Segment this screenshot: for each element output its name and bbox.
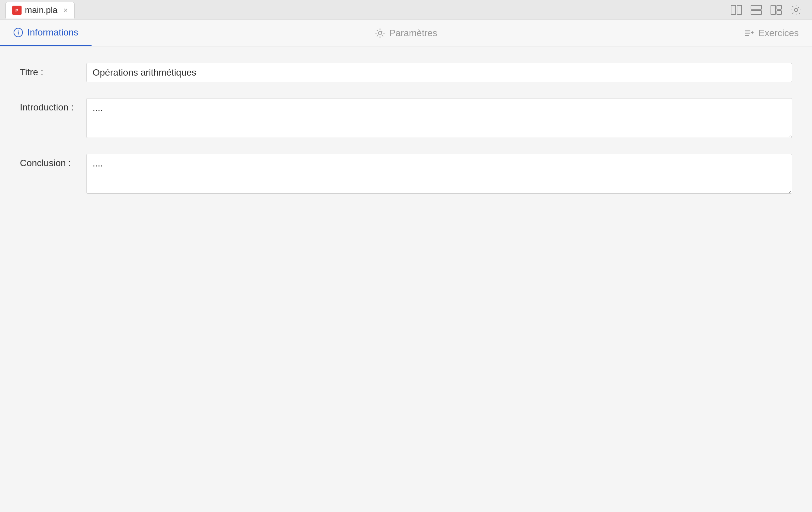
svg-point-9: [794, 8, 798, 11]
layout-columns-icon[interactable]: [750, 4, 762, 16]
tab-logo-icon: P: [12, 6, 22, 15]
info-icon: i: [13, 28, 23, 37]
nav-label-parametres: Paramètres: [389, 28, 437, 38]
titre-input[interactable]: [86, 63, 792, 82]
svg-text:i: i: [18, 30, 19, 35]
tab-filename: main.pla: [25, 5, 57, 15]
layout-panels-icon[interactable]: [770, 4, 782, 16]
exercices-icon: [744, 28, 755, 38]
nav-label-exercices: Exercices: [759, 28, 799, 38]
svg-rect-5: [751, 10, 761, 14]
conclusion-row: Conclusion :: [20, 154, 792, 194]
svg-rect-2: [731, 5, 736, 14]
layout-split-icon[interactable]: [730, 4, 742, 16]
tab-close-button[interactable]: ×: [63, 6, 68, 14]
parametres-icon: [375, 28, 385, 38]
main-content: Titre : Introduction : Conclusion :: [0, 47, 812, 512]
titre-label: Titre :: [20, 63, 86, 78]
svg-rect-7: [777, 5, 782, 9]
conclusion-label: Conclusion :: [20, 154, 86, 169]
svg-text:P: P: [15, 8, 18, 13]
nav-item-informations[interactable]: i Informations: [0, 20, 91, 46]
nav-item-exercices[interactable]: Exercices: [731, 20, 812, 46]
tab-bar: P main.pla ×: [0, 0, 812, 20]
conclusion-textarea[interactable]: [86, 154, 792, 194]
toolbar-icons: [730, 4, 802, 16]
svg-rect-3: [737, 5, 742, 14]
svg-rect-4: [751, 5, 761, 9]
nav-item-parametres[interactable]: Paramètres: [361, 20, 451, 46]
svg-rect-6: [771, 5, 776, 14]
introduction-row: Introduction :: [20, 98, 792, 138]
svg-rect-8: [777, 10, 782, 14]
main-tab[interactable]: P main.pla ×: [5, 2, 75, 19]
introduction-textarea[interactable]: [86, 98, 792, 138]
titre-row: Titre :: [20, 63, 792, 82]
nav-bar: i Informations Paramètres Exercices: [0, 20, 812, 47]
introduction-label: Introduction :: [20, 98, 86, 113]
settings-icon[interactable]: [790, 4, 802, 16]
nav-label-informations: Informations: [27, 27, 78, 38]
svg-point-12: [378, 31, 382, 35]
